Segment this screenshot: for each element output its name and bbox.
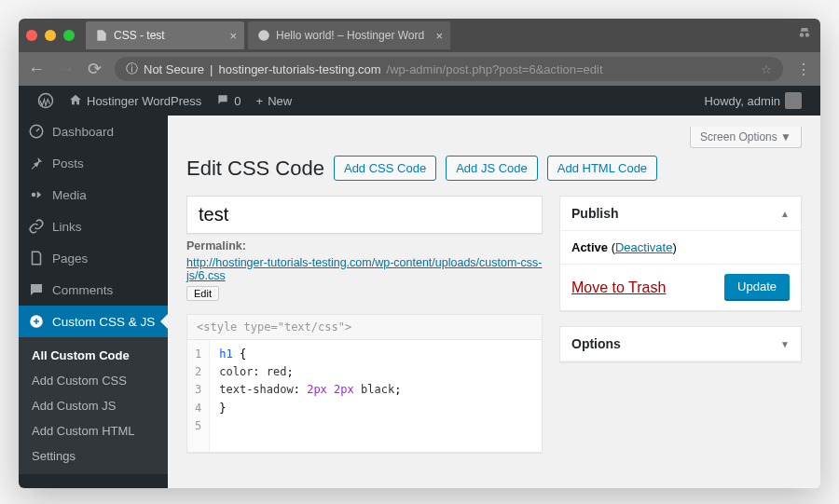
sidebar-item-label: Media — [52, 188, 87, 202]
close-icon[interactable]: × — [229, 29, 237, 43]
file-icon — [95, 29, 108, 42]
security-status: Not Secure — [144, 62, 204, 76]
submenu-add-html[interactable]: Add Custom HTML — [19, 418, 168, 443]
reload-button[interactable]: ⟳ — [88, 59, 102, 79]
tab-label: CSS - test — [114, 29, 165, 42]
chevron-up-icon: ▲ — [780, 209, 790, 219]
maximize-window-icon[interactable] — [63, 30, 75, 41]
sidebar-submenu: All Custom Code Add Custom CSS Add Custo… — [19, 337, 168, 474]
minimize-window-icon[interactable] — [45, 30, 56, 41]
status-label: Active — [571, 240, 608, 254]
new-label: New — [268, 94, 292, 108]
line-gutter: 1 2 3 4 5 — [187, 340, 210, 452]
post-title-input[interactable] — [186, 196, 543, 234]
chevron-down-icon: ▼ — [780, 339, 790, 349]
browser-tab-bar: CSS - test × Hello world! – Hostinger Wo… — [19, 19, 820, 52]
svg-point-0 — [258, 30, 269, 41]
info-icon: ⓘ — [126, 61, 138, 77]
comment-icon — [216, 93, 229, 109]
sidebar-item-label: Comments — [52, 283, 113, 297]
sidebar-item-label: Dashboard — [52, 125, 114, 139]
dashboard-icon — [28, 123, 45, 140]
code-editor: <style type="text/css"> 1 2 3 4 5 h1 { — [186, 314, 543, 453]
editor-header: <style type="text/css"> — [187, 315, 542, 340]
wordpress-icon — [257, 29, 270, 42]
comment-icon — [28, 281, 45, 298]
sidebar-item-label: Links — [52, 220, 82, 234]
add-js-button[interactable]: Add JS Code — [446, 156, 538, 181]
sidebar-item-comments[interactable]: Comments — [19, 274, 168, 306]
svg-point-5 — [32, 193, 36, 198]
sidebar-item-links[interactable]: Links — [19, 211, 168, 242]
url-input[interactable]: ⓘ Not Secure | hostinger-tutorials-testi… — [115, 57, 783, 81]
submenu-add-css[interactable]: Add Custom CSS — [19, 368, 168, 393]
bookmark-icon[interactable]: ☆ — [761, 62, 772, 76]
sidebar-item-pages[interactable]: Pages — [19, 242, 168, 274]
permalink-label: Permalink: — [186, 239, 246, 252]
link-icon — [28, 218, 45, 235]
tab-label: Hello world! – Hostinger Word — [276, 29, 424, 42]
url-host: hostinger-tutorials-testing.com — [218, 62, 380, 76]
page-title: Edit CSS Code — [186, 157, 324, 181]
traffic-lights — [26, 30, 75, 41]
sidebar-item-dashboard[interactable]: Dashboard — [19, 116, 168, 147]
add-html-button[interactable]: Add HTML Code — [547, 156, 657, 181]
permalink-edit-button[interactable]: Edit — [186, 286, 219, 301]
publish-box: Publish ▲ Active (Deactivate) Move to Tr… — [559, 196, 802, 311]
page-icon — [28, 250, 45, 266]
deactivate-link[interactable]: Deactivate — [615, 240, 672, 254]
options-header[interactable]: Options ▼ — [560, 327, 801, 361]
browser-tab[interactable]: CSS - test × — [86, 21, 244, 49]
screen-options-button[interactable]: Screen Options ▼ — [690, 127, 802, 148]
browser-menu-icon[interactable]: ⋮ — [796, 61, 811, 78]
plus-icon: + — [256, 94, 264, 108]
site-link[interactable]: Hostinger WordPress — [62, 93, 209, 109]
close-window-icon[interactable] — [26, 30, 37, 41]
new-content-link[interactable]: + New — [249, 94, 300, 108]
svg-point-1 — [800, 33, 805, 37]
wp-admin-bar: Hostinger WordPress 0 + New Howdy, admin — [19, 86, 820, 116]
main-content: Screen Options ▼ Edit CSS Code Add CSS C… — [168, 116, 820, 488]
sidebar-item-label: Custom CSS & JS — [52, 315, 155, 329]
plus-circle-icon — [28, 313, 45, 330]
incognito-icon — [796, 25, 813, 46]
home-icon — [69, 93, 82, 109]
move-to-trash-link[interactable]: Move to Trash — [571, 279, 666, 296]
admin-sidebar: Dashboard Posts Media Links Pages Commen… — [19, 116, 168, 488]
pin-icon — [28, 155, 45, 171]
comments-link[interactable]: 0 — [209, 93, 248, 109]
add-css-button[interactable]: Add CSS Code — [334, 156, 436, 181]
sidebar-item-label: Pages — [52, 252, 88, 266]
submenu-add-js[interactable]: Add Custom JS — [19, 393, 168, 418]
howdy-text: Howdy, admin — [705, 94, 780, 108]
comments-count: 0 — [234, 94, 241, 108]
browser-tab[interactable]: Hello world! – Hostinger Word × — [248, 21, 450, 49]
options-box: Options ▼ — [559, 326, 802, 362]
chevron-down-icon: ▼ — [780, 130, 791, 143]
sidebar-item-custom-css-js[interactable]: Custom CSS & JS — [19, 306, 168, 337]
update-button[interactable]: Update — [724, 274, 790, 301]
submenu-all-custom-code[interactable]: All Custom Code — [19, 343, 168, 368]
site-name: Hostinger WordPress — [87, 94, 201, 108]
publish-header[interactable]: Publish ▲ — [560, 197, 801, 231]
permalink-url[interactable]: http://hostinger-tutorials-testing.com/w… — [186, 256, 543, 282]
sidebar-item-posts[interactable]: Posts — [19, 147, 168, 179]
close-icon[interactable]: × — [436, 29, 444, 43]
browser-url-bar: ← → ⟳ ⓘ Not Secure | hostinger-tutorials… — [19, 52, 820, 86]
svg-point-2 — [805, 33, 810, 37]
sidebar-item-media[interactable]: Media — [19, 179, 168, 211]
user-menu[interactable]: Howdy, admin — [697, 92, 809, 109]
code-content[interactable]: h1 { color: red; text-shadow: 2px 2px bl… — [210, 340, 542, 452]
permalink-row: Permalink: http://hostinger-tutorials-te… — [186, 239, 543, 301]
forward-button[interactable]: → — [58, 60, 75, 79]
wp-logo[interactable] — [30, 92, 62, 109]
back-button[interactable]: ← — [28, 60, 45, 79]
sidebar-item-label: Posts — [52, 157, 84, 170]
submenu-settings[interactable]: Settings — [19, 443, 168, 469]
avatar — [785, 92, 802, 109]
media-icon — [28, 186, 45, 203]
url-path: /wp-admin/post.php?post=6&action=edit — [387, 62, 603, 76]
